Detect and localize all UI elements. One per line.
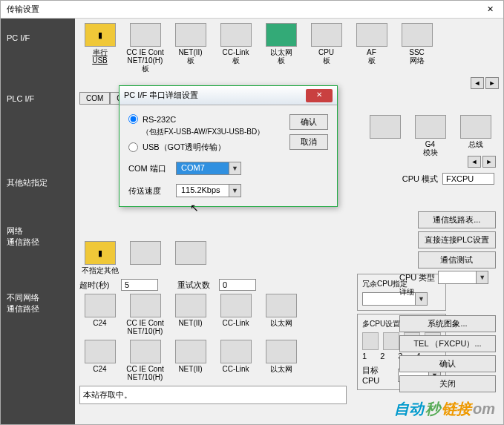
cpu-mode-label: CPU 模式 [402,174,438,185]
scroll-left-icon[interactable]: ◄ [468,156,481,168]
com-port-label: COM 端口 [128,163,168,174]
net-icon [266,340,297,363]
timeout-input[interactable] [121,279,158,291]
scroll-left-icon[interactable]: ◄ [471,77,484,89]
retry-input[interactable] [219,279,256,291]
route-table-button[interactable]: 通信线路表... [418,211,496,228]
scroll-right-icon[interactable]: ► [482,156,496,168]
station-icon: ▮ [85,241,116,265]
scroll-arrows-1: ◄ ► [471,77,499,89]
dialog-close-button[interactable]: ✕ [306,89,333,102]
dnet-c24[interactable]: C24 [79,340,120,381]
other-station-opt3[interactable] [170,241,211,274]
sidebar-item-plcif[interactable]: PLC I/F [1,87,75,111]
dnet-net2[interactable]: NET(II) [170,340,211,381]
scroll-right-icon[interactable]: ► [485,77,499,89]
sidebar: PC I/F PLC I/F 其他站指定 网络 通信路径 不同网络 通信路径 [1,19,75,424]
module-icon [460,115,491,139]
net-c24[interactable]: C24 [79,294,120,335]
main-window: 传输设置 ✕ PC I/F PLC I/F 其他站指定 网络 通信路径 不同网络… [0,0,504,425]
dnet-cclink[interactable]: CC-Link [215,340,256,381]
rs232-radio[interactable] [128,114,138,124]
other-station-opt2[interactable] [125,241,166,274]
pcif-cpu[interactable]: CPU 板 [306,23,347,73]
dnet-ethernet[interactable]: 以太网 [261,340,301,381]
net-icon [85,294,116,317]
other-station-nospecify[interactable]: ▮ 不指定其他 [79,241,120,274]
detail-label: 详细 [399,287,496,297]
net-icon [85,340,116,363]
cpu-type-select[interactable]: ▼ [438,271,488,284]
right-column: CPU 类型 ▼ 详细 系统图象... TEL （FXCPU）... 确认 关闭 [399,271,496,392]
com-port-select[interactable]: COM7 ▼ [176,162,241,175]
dialog-titlebar: PC I/F 串口详细设置 ✕ [120,86,337,105]
ethernet-icon [266,23,297,47]
plcif-bus[interactable]: 总线 [455,115,496,157]
board-icon [175,23,206,47]
net-icon [130,294,161,317]
scroll-arrows-2: ◄ ► [468,156,496,168]
plcif-blank1[interactable] [364,115,405,157]
station-icon [175,241,206,265]
baud-rate-select[interactable]: 115.2Kbps ▼ [176,184,241,197]
pcif-serial-usb[interactable]: ▮ 串行 USB [79,23,120,73]
board-icon [402,23,433,47]
close-button[interactable]: 关闭 [399,375,496,392]
sidebar-item-pcif[interactable]: PC I/F [1,26,75,50]
usb-radio[interactable] [128,142,138,152]
net-icon [175,294,206,317]
dialog-title: PC I/F 串口详细设置 [124,90,306,101]
sidebar-item-other-station[interactable]: 其他站指定 [1,170,75,196]
comm-test-button[interactable]: 通信测试 [418,251,496,268]
module-icon [370,115,401,139]
board-icon [356,23,387,47]
system-image-button[interactable]: 系统图象... [399,315,496,332]
net-icon [220,340,252,363]
board-icon [311,23,342,47]
cpu-type-label: CPU 类型 [399,272,435,283]
net-ethernet[interactable]: 以太网 [261,294,301,335]
module-icon [415,115,446,139]
right-button-group: 通信线路表... 直接连接PLC设置 通信测试 [418,211,496,268]
sidebar-item-diff-network[interactable]: 不同网络 通信路径 [1,285,75,322]
net-icon [130,340,161,363]
cpu-slot-2[interactable] [383,332,399,350]
net-icon [175,340,206,363]
ok-button[interactable]: 确认 [399,355,496,372]
cpu-mode-input[interactable] [442,173,494,185]
pcif-ccie[interactable]: CC IE Cont NET/10(H)板 [125,23,166,73]
dnet-ccie[interactable]: CC IE Cont NET/10(H) [125,340,166,381]
cpu-mode-row: CPU 模式 [402,173,494,185]
window-title: 传输设置 [7,4,482,15]
pcif-cclink[interactable]: CC-Link 板 [215,23,256,73]
direct-plc-button[interactable]: 直接连接PLC设置 [418,231,496,248]
pcif-af[interactable]: AF 板 [351,23,392,73]
plcif-g4[interactable]: G4 模块 [410,115,451,157]
tab-com[interactable]: COM [79,92,110,105]
network-path-row: C24 CC IE Cont NET/10(H) NET(II) CC-Link… [79,294,347,335]
serial-usb-icon: ▮ [85,23,116,47]
dialog-ok-button[interactable]: 确认 [289,114,328,130]
plcif-row-right: G4 模块 总线 [364,115,496,157]
net-net2[interactable]: NET(II) [170,294,211,335]
dialog-cancel-button[interactable]: 取消 [289,134,328,150]
chevron-down-icon: ▼ [229,162,240,174]
tel-button[interactable]: TEL （FXCPU）... [399,335,496,352]
timeout-label: 超时(秒) [79,280,117,291]
cpu-slot-1[interactable] [362,332,379,350]
net-ccie[interactable]: CC IE Cont NET/10(H) [125,294,166,335]
sidebar-item-network-path[interactable]: 网络 通信路径 [1,218,75,255]
net-cclink[interactable]: CC-Link [215,294,256,335]
net-icon [220,294,252,317]
pcif-ethernet[interactable]: 以太网 板 [261,23,301,73]
titlebar: 传输设置 ✕ [1,1,503,19]
board-icon [220,23,252,47]
pcif-icon-row: ▮ 串行 USB CC IE Cont NET/10(H)板 NET(II) 板… [79,23,499,73]
pcif-net2[interactable]: NET(II) 板 [170,23,211,73]
close-icon[interactable]: ✕ [482,4,497,14]
pcif-ssc[interactable]: SSC 网络 [396,23,437,73]
net-icon [266,294,297,317]
board-icon [130,23,161,47]
status-text: 本站存取中。 [79,386,347,404]
target-cpu-label: 目标CPU [362,365,395,385]
